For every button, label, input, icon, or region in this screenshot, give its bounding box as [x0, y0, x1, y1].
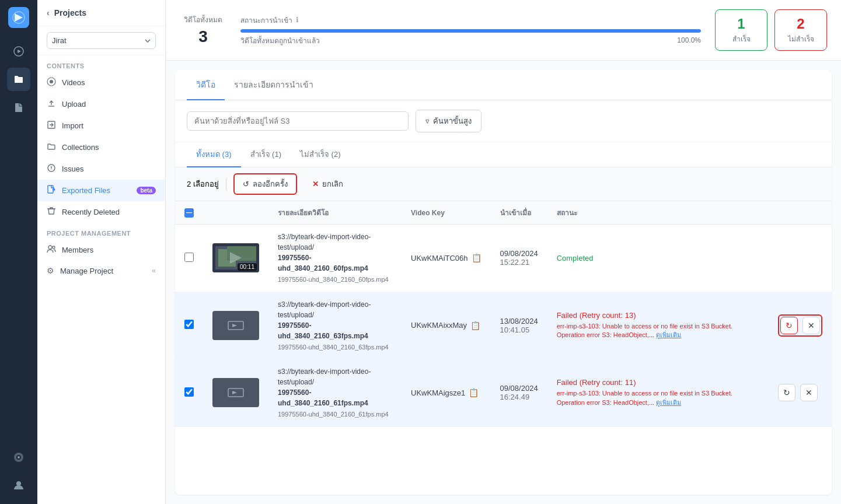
table-header-row: รายละเอียดวิดีโอ Video Key นำเข้าเมื่อ ส… — [175, 201, 832, 225]
table-row: s3://byteark-dev-import-video-test/uploa… — [175, 292, 832, 359]
projects-label: Projects — [54, 8, 86, 18]
import-time: 16:24.49 — [500, 393, 538, 401]
row-cancel-button[interactable]: ✕ — [802, 317, 820, 334]
nav-icon-folder[interactable] — [7, 68, 30, 91]
advanced-search-button[interactable]: ▿ ค้นหาขั้นสูง — [416, 110, 481, 132]
status-error-msg: err-imp-s3-103: Unable to access or no f… — [557, 322, 759, 340]
video-s3-path: s3://byteark-dev-import-video-test/uploa… — [278, 232, 392, 274]
video-filename: 19975560-uhd_3840_2160_60fps.mp4 — [278, 275, 392, 285]
th-checkbox — [175, 201, 203, 225]
page-tabs: วิดีโอ รายละเอียดการนำเข้า — [175, 70, 832, 100]
cell-detail: s3://byteark-dev-import-video-test/uploa… — [268, 292, 402, 359]
sub-tab-fail[interactable]: ไม่สำเร็จ (2) — [291, 142, 350, 167]
table-row: s3://byteark-dev-import-video-test/uploa… — [175, 359, 832, 427]
cancel-button[interactable]: ✕ ยกเลิก — [304, 174, 351, 194]
advanced-search-label: ค้นหาขั้นสูง — [433, 115, 472, 127]
progress-label-text: สถานะการนำเข้า — [240, 15, 292, 26]
video-key-cell: UKwKMAixxMay 📋 — [411, 321, 481, 330]
fail-badge: 2 ไม่สำเร็จ — [774, 9, 827, 51]
main-content: วิดีโอทั้งหมด 3 สถานะการนำเข้า ℹ วิดีโอท… — [166, 0, 841, 504]
cell-actions: ↻ ✕ — [769, 359, 832, 427]
back-arrow-icon[interactable]: ‹ — [47, 8, 50, 18]
stats-progress: สถานะการนำเข้า ℹ วิดีโอทั้งหมดถูกนำเข้าแ… — [240, 15, 701, 46]
sidebar-item-members[interactable]: Members — [37, 239, 165, 261]
app-logo — [8, 7, 29, 28]
cell-status: Completed — [547, 225, 769, 292]
search-input[interactable] — [187, 111, 409, 131]
contents-section-label: Contents — [37, 55, 165, 72]
table-row: 00:11 s3://byteark-dev-import-video-test… — [175, 225, 832, 292]
error-link[interactable]: ดูเพิ่มเติม — [656, 399, 681, 406]
nav-icon-tools[interactable] — [7, 446, 30, 469]
sidebar-item-upload[interactable]: Upload — [37, 93, 165, 115]
sub-tab-all[interactable]: ทั้งหมด (3) — [187, 142, 241, 167]
nav-icon-user[interactable] — [7, 474, 30, 497]
collapse-icon[interactable]: « — [152, 267, 156, 275]
progress-info-icon: ℹ — [296, 16, 299, 24]
progress-label: สถานะการนำเข้า ℹ — [240, 15, 701, 26]
cell-imported-at: 09/08/2024 16:24.49 — [491, 359, 547, 427]
sidebar-item-issues[interactable]: Issues — [37, 158, 165, 180]
status-failed: Failed (Retry count: 13) — [557, 311, 759, 320]
status-error-msg: err-imp-s3-103: Unable to access or no f… — [557, 389, 759, 407]
success-count: 1 — [727, 16, 755, 32]
copy-key-icon[interactable]: 📋 — [472, 253, 481, 262]
sidebar-item-manage-project[interactable]: ⚙ Manage Project « — [37, 261, 165, 281]
cell-detail: s3://byteark-dev-import-video-test/uploa… — [268, 225, 402, 292]
copy-key-icon[interactable]: 📋 — [470, 321, 480, 330]
project-select[interactable]: Jirat — [47, 32, 156, 49]
video-s3-path: s3://byteark-dev-import-video-test/uploa… — [278, 366, 392, 408]
svg-rect-7 — [48, 186, 53, 193]
row-checkbox[interactable] — [184, 253, 194, 262]
total-label: วิดีโอทั้งหมด — [180, 14, 226, 25]
stats-bar: วิดีโอทั้งหมด 3 สถานะการนำเข้า ℹ วิดีโอท… — [166, 0, 841, 61]
row-checkbox[interactable] — [184, 387, 194, 397]
nav-icon-doc[interactable] — [7, 96, 30, 119]
cell-actions — [769, 225, 832, 292]
row-retry-button[interactable]: ↻ — [780, 317, 798, 334]
video-thumbnail: 00:11 — [212, 243, 259, 272]
sidebar-item-collections[interactable]: Collections — [37, 136, 165, 158]
members-icon — [47, 244, 56, 256]
copy-key-icon[interactable]: 📋 — [469, 388, 479, 397]
row-cancel-button[interactable]: ✕ — [800, 384, 818, 401]
error-link[interactable]: ดูเพิ่มเติม — [656, 331, 681, 338]
sidebar-item-recently-deleted[interactable]: Recently Deleted — [37, 201, 165, 223]
import-time: 15:22.21 — [500, 258, 538, 267]
row-retry-button[interactable]: ↻ — [778, 384, 795, 401]
sidebar-item-videos[interactable]: Videos — [37, 72, 165, 93]
progress-bar-wrap — [240, 29, 701, 33]
tab-video[interactable]: วิดีโอ — [187, 70, 225, 100]
cell-video-key: UKwKMAixxMay 📋 — [402, 292, 491, 359]
th-imported-at: นำเข้าเมื่อ — [491, 201, 547, 225]
row-checkbox[interactable] — [184, 320, 194, 329]
fail-label: ไม่สำเร็จ — [787, 33, 815, 44]
row-actions: ↻ ✕ — [778, 314, 822, 337]
sidebar-item-exported-files[interactable]: Exported Files beta — [37, 180, 165, 201]
sidebar-item-label-recently-deleted: Recently Deleted — [62, 208, 120, 216]
select-all-checkbox[interactable] — [184, 208, 194, 218]
tab-import-detail[interactable]: รายละเอียดการนำเข้า — [225, 70, 323, 100]
retry-all-button[interactable]: ↺ ลองอีกครั้ง — [233, 173, 297, 195]
progress-bar-fill — [240, 29, 701, 33]
retry-label: ลองอีกครั้ง — [253, 178, 288, 190]
content-area: วิดีโอ รายละเอียดการนำเข้า ▿ ค้นหาขั้นสู… — [175, 70, 832, 495]
filter-icon: ▿ — [425, 117, 430, 125]
cell-imported-at: 09/08/2024 15:22.21 — [491, 225, 547, 292]
video-cell: s3://byteark-dev-import-video-test/uploa… — [278, 366, 392, 419]
thumb-duration: 00:11 — [238, 263, 257, 271]
video-key-cell: UKwKMAiTC06h 📋 — [411, 253, 481, 262]
video-key-cell: UKwKMAigsze1 📋 — [411, 388, 481, 397]
sidebar-item-label-import: Import — [62, 121, 83, 130]
sidebar-item-import[interactable]: Import — [37, 115, 165, 136]
project-select-wrap: Jirat — [37, 26, 165, 55]
exported-files-icon — [47, 185, 56, 196]
video-key-value: UKwKMAixxMay — [411, 321, 467, 330]
video-key-value: UKwKMAiTC06h — [411, 254, 468, 262]
sub-tab-success[interactable]: สำเร็จ (1) — [241, 142, 291, 167]
selected-count: 2 เลือกอยู่ — [187, 178, 219, 190]
nav-icon-play[interactable] — [7, 40, 30, 63]
sidebar-item-label-videos: Videos — [62, 78, 85, 87]
svg-point-5 — [50, 80, 53, 83]
cell-checkbox — [175, 359, 203, 427]
